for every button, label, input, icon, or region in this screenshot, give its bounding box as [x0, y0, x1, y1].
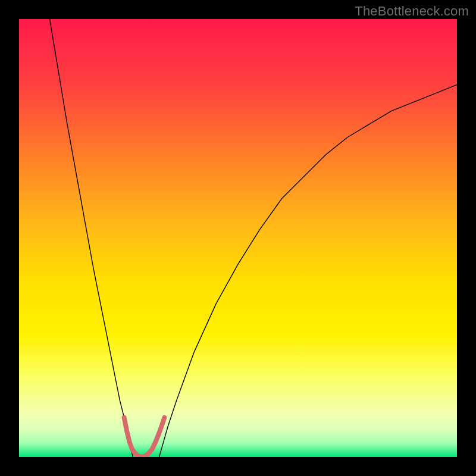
- watermark-text: TheBottleneck.com: [355, 4, 469, 19]
- chart-svg: [19, 19, 457, 457]
- chart-plot-area: [19, 19, 457, 457]
- chart-background: [19, 19, 457, 457]
- chart-frame: TheBottleneck.com: [0, 0, 476, 476]
